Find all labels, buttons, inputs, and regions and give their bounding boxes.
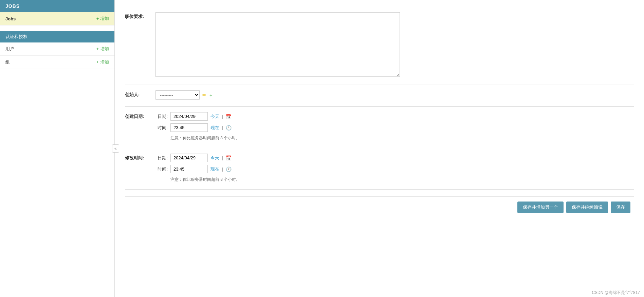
sidebar-auth-header: 认证和授权 — [0, 31, 114, 42]
save-continue-edit-button[interactable]: 保存并继续编辑 — [566, 202, 608, 213]
modified-datetime-block: 日期: 今天 | 📅 时间: 现在 | 🕐 注意：你比服务器时间超前 8 个小时… — [155, 154, 634, 182]
edit-icon[interactable]: ✏ — [202, 92, 207, 98]
modified-time-sublabel: 时间: — [155, 166, 168, 172]
sidebar-item-groups[interactable]: 组 + 增加 — [0, 56, 114, 69]
created-date-section: 创建日期: 日期: 今天 | 📅 时间: 现在 | 🕐 — [125, 107, 634, 148]
creator-select[interactable]: --------- — [155, 90, 200, 100]
save-button[interactable]: 保存 — [611, 202, 630, 213]
clock-icon-created[interactable]: 🕐 — [226, 125, 232, 130]
action-bar: 保存并增加另一个 保存并继续编辑 保存 — [125, 196, 634, 218]
created-date-control: 日期: 今天 | 📅 时间: 现在 | 🕐 注意：你比服务器时间超前 8 个小时… — [155, 112, 634, 141]
modified-note: 注意：你比服务器时间超前 8 个小时。 — [155, 177, 634, 182]
modified-time-inner-row: 时间: 现在 | 🕐 — [155, 165, 634, 173]
modified-time-control: 日期: 今天 | 📅 时间: 现在 | 🕐 注意：你比服务器时间超前 8 个小时… — [155, 154, 634, 182]
job-requirements-textarea[interactable] — [155, 12, 400, 77]
now-link-modified[interactable]: 现在 — [210, 166, 219, 172]
sidebar-item-jobs[interactable]: Jobs + 增加 — [0, 12, 114, 25]
now-link-created[interactable]: 现在 — [210, 125, 219, 131]
sidebar-users-label: 用户 — [5, 46, 14, 52]
sidebar-groups-add-btn[interactable]: + 增加 — [96, 59, 109, 65]
job-requirements-label: 职位要求: — [125, 12, 155, 20]
created-date-row: 创建日期: 日期: 今天 | 📅 时间: 现在 | 🕐 — [125, 112, 634, 141]
today-link-created[interactable]: 今天 — [210, 113, 219, 120]
created-date-row-inner: 日期: 今天 | 📅 — [155, 112, 634, 121]
job-requirements-section: 职位要求: — [125, 7, 634, 85]
created-datetime-block: 日期: 今天 | 📅 时间: 现在 | 🕐 注意：你比服务器时间超前 8 个小时… — [155, 112, 634, 141]
modified-time-section: 修改时间: 日期: 今天 | 📅 时间: 现在 | 🕐 — [125, 148, 634, 190]
creator-control: --------- ✏ + — [155, 90, 634, 100]
modified-date-input[interactable] — [170, 154, 208, 162]
created-note: 注意：你比服务器时间超前 8 个小时。 — [155, 135, 634, 141]
pipe-4: | — [222, 167, 223, 172]
add-creator-icon[interactable]: + — [209, 92, 213, 98]
today-link-modified[interactable]: 今天 — [210, 155, 219, 161]
job-requirements-row: 职位要求: — [125, 12, 634, 78]
created-time-input[interactable] — [170, 123, 208, 132]
date-sublabel: 日期: — [155, 113, 168, 120]
modified-time-label: 修改时间: — [125, 154, 155, 161]
calendar-icon-modified[interactable]: 📅 — [226, 155, 232, 161]
main-content: 职位要求: 创始人: --------- ✏ + 创建日期: — [115, 0, 644, 297]
sidebar-item-users[interactable]: 用户 + 增加 — [0, 42, 114, 56]
sidebar-collapse-btn[interactable]: « — [112, 144, 119, 153]
calendar-icon-created[interactable]: 📅 — [226, 114, 232, 119]
created-date-input[interactable] — [170, 112, 208, 121]
created-time-row: 时间: 现在 | 🕐 — [155, 123, 634, 132]
modified-time-row: 修改时间: 日期: 今天 | 📅 时间: 现在 | 🕐 — [125, 154, 634, 182]
pipe-1: | — [222, 114, 223, 119]
page-footer: CSDN @海绵不是宝宝817 — [588, 289, 644, 297]
modified-time-input[interactable] — [170, 165, 208, 173]
pipe-3: | — [222, 155, 223, 160]
job-requirements-control — [155, 12, 634, 78]
modified-date-sublabel: 日期: — [155, 155, 168, 161]
creator-label: 创始人: — [125, 90, 155, 98]
sidebar-jobs-add-btn[interactable]: + 增加 — [96, 16, 109, 22]
modified-date-row: 日期: 今天 | 📅 — [155, 154, 634, 162]
clock-icon-modified[interactable]: 🕐 — [226, 167, 232, 172]
created-date-label: 创建日期: — [125, 112, 155, 120]
sidebar-jobs-header: JOBS — [0, 0, 114, 12]
pipe-2: | — [222, 125, 223, 130]
sidebar: JOBS Jobs + 增加 认证和授权 用户 + 增加 组 + 增加 — [0, 0, 115, 297]
sidebar-jobs-label: Jobs — [5, 16, 16, 21]
creator-row: 创始人: --------- ✏ + — [125, 90, 634, 100]
creator-input-row: --------- ✏ + — [155, 90, 634, 100]
sidebar-groups-label: 组 — [5, 59, 10, 65]
sidebar-users-add-btn[interactable]: + 增加 — [96, 46, 109, 52]
time-sublabel: 时间: — [155, 125, 168, 131]
creator-section: 创始人: --------- ✏ + — [125, 85, 634, 107]
save-add-another-button[interactable]: 保存并增加另一个 — [517, 202, 564, 213]
